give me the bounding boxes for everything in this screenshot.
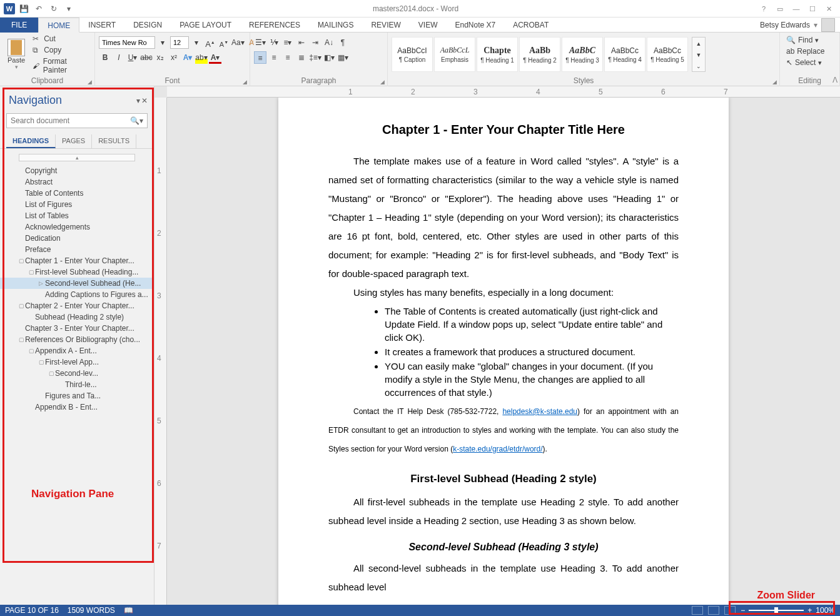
print-layout-icon[interactable] (708, 606, 719, 615)
close-icon[interactable]: ✕ (821, 3, 836, 15)
nav-heading-item[interactable]: Abstract (0, 176, 154, 188)
nav-heading-item[interactable]: Third-le... (0, 379, 154, 390)
font-color-icon[interactable]: A▾ (209, 51, 221, 64)
collapse-ribbon-icon[interactable]: ᐱ (832, 76, 837, 84)
nav-heading-item[interactable]: ▢Appendix A - Ent... (0, 345, 154, 356)
clipboard-dialog-icon[interactable]: ◢ (88, 79, 92, 85)
nav-heading-item[interactable]: Figures and Ta... (0, 390, 154, 401)
font-size-dropdown-icon[interactable]: ▾ (190, 36, 203, 49)
shading-icon[interactable]: ◧▾ (323, 51, 335, 64)
style-gallery[interactable]: AaBbCcI¶ CaptionAaBbCcLEmphasisChapte¶ H… (389, 34, 691, 74)
zoom-in-icon[interactable]: + (807, 606, 812, 615)
nav-heading-item[interactable]: Preface (0, 244, 154, 255)
style-scroll-up-icon[interactable]: ▲ (692, 38, 705, 49)
find-button[interactable]: 🔍Find ▾ (784, 35, 821, 45)
save-icon[interactable]: 💾 (18, 3, 30, 15)
zoom-level[interactable]: 100% (816, 606, 835, 615)
nav-close-icon[interactable]: ✕ (141, 96, 148, 105)
undo-icon[interactable]: ↶ (33, 3, 45, 15)
tab-acrobat[interactable]: ACROBAT (504, 18, 557, 33)
nav-heading-item[interactable]: Chapter 3 - Enter Your Chapter... (0, 323, 154, 334)
style-item[interactable]: Chapte¶ Heading 1 (477, 37, 518, 72)
borders-icon[interactable]: ▦▾ (337, 51, 349, 64)
tab-endnote[interactable]: EndNote X7 (446, 18, 504, 33)
nav-heading-item[interactable]: ▢Chapter 2 - Enter Your Chapter... (0, 300, 154, 311)
nav-heading-item[interactable]: Appendix B - Ent... (0, 401, 154, 413)
increase-indent-icon[interactable]: ⇥ (309, 36, 321, 49)
help-icon[interactable]: ? (756, 3, 771, 15)
read-mode-icon[interactable] (692, 606, 703, 615)
nav-heading-item[interactable]: ▢First-level Subhead (Heading... (0, 266, 154, 278)
minimize-icon[interactable]: — (789, 3, 804, 15)
align-center-button[interactable]: ≡ (268, 51, 280, 64)
nav-heading-item[interactable]: List of Figures (0, 199, 154, 210)
page-count[interactable]: PAGE 10 OF 16 (5, 606, 59, 615)
nav-heading-item[interactable]: Acknowledgements (0, 221, 154, 233)
email-link[interactable]: helpdesk@k-state.edu (502, 407, 577, 416)
style-item[interactable]: AaBbCc¶ Heading 4 (604, 37, 645, 72)
font-name-input[interactable] (99, 36, 155, 49)
tab-references[interactable]: REFERENCES (240, 18, 309, 33)
style-item[interactable]: AaBbCcLEmphasis (434, 37, 475, 72)
styles-dialog-icon[interactable]: ◢ (772, 79, 777, 85)
style-item[interactable]: AaBbCcI¶ Caption (392, 37, 433, 72)
nav-heading-item[interactable]: ▷Second-level Subhead (He... (0, 278, 154, 289)
format-painter-button[interactable]: Format Painter (30, 56, 91, 75)
tab-view[interactable]: VIEW (410, 18, 447, 33)
tab-mailings[interactable]: MAILINGS (309, 18, 362, 33)
change-case-icon[interactable]: Aa▾ (231, 36, 244, 49)
bold-button[interactable]: B (99, 51, 111, 64)
search-icon[interactable]: 🔍▾ (130, 116, 143, 125)
align-right-button[interactable]: ≡ (281, 51, 294, 64)
web-layout-icon[interactable] (724, 606, 736, 615)
nav-heading-item[interactable]: Copyright (0, 165, 154, 176)
maximize-icon[interactable]: ☐ (805, 3, 820, 15)
tab-design[interactable]: DESIGN (124, 18, 171, 33)
tab-page-layout[interactable]: PAGE LAYOUT (171, 18, 240, 33)
underline-button[interactable]: U▾ (126, 51, 139, 64)
shrink-font-icon[interactable]: A▼ (218, 36, 230, 49)
qat-dropdown-icon[interactable]: ▾ (63, 3, 75, 15)
tab-review[interactable]: REVIEW (362, 18, 409, 33)
font-dialog-icon[interactable]: ◢ (243, 79, 247, 85)
show-marks-icon[interactable]: ¶ (337, 36, 349, 49)
nav-heading-item[interactable]: List of Tables (0, 210, 154, 221)
nav-heading-item[interactable]: Table of Contents (0, 188, 154, 199)
subscript-button[interactable]: x₂ (154, 51, 166, 64)
align-left-button[interactable]: ≡ (254, 51, 266, 64)
user-menu[interactable]: Betsy Edwards▾ (760, 18, 840, 32)
nav-search[interactable]: 🔍▾ (6, 113, 148, 128)
nav-dropdown-icon[interactable]: ▾ (136, 96, 140, 105)
word-count[interactable]: 1509 WORDS (68, 606, 115, 615)
tab-home[interactable]: HOME (38, 18, 79, 33)
nav-heading-item[interactable]: Subhead (Heading 2 style) (0, 311, 154, 323)
style-scroll-down-icon[interactable]: ▼ (692, 49, 705, 60)
copy-button[interactable]: Copy (30, 45, 91, 55)
redo-icon[interactable]: ↻ (48, 3, 60, 15)
document-page[interactable]: Chapter 1 - Enter Your Chapter Title Her… (278, 98, 729, 605)
style-expand-icon[interactable]: ⌄ (692, 60, 705, 71)
zoom-slider[interactable]: − + 100% (741, 606, 835, 615)
italic-button[interactable]: I (113, 51, 125, 64)
proofing-icon[interactable]: 📖 (124, 606, 133, 615)
nav-heading-item[interactable]: ▢References Or Bibliography (cho... (0, 334, 154, 345)
zoom-out-icon[interactable]: − (741, 606, 745, 615)
url-link[interactable]: k-state.edu/grad/etdr/word/ (453, 445, 542, 453)
nav-heading-item[interactable]: ▢Chapter 1 - Enter Your Chapter... (0, 255, 154, 266)
multilevel-list-icon[interactable]: ≡▾ (281, 36, 294, 49)
nav-collapse-all-icon[interactable]: ▴ (19, 154, 135, 161)
nav-heading-item[interactable]: ▢First-level App... (0, 356, 154, 368)
decrease-indent-icon[interactable]: ⇤ (295, 36, 308, 49)
horizontal-ruler[interactable]: 1234567 (167, 86, 840, 98)
ribbon-options-icon[interactable]: ▭ (772, 3, 787, 15)
nav-tab-headings[interactable]: HEADINGS (6, 134, 56, 148)
select-button[interactable]: ↖Select ▾ (784, 58, 824, 68)
replace-button[interactable]: abReplace (784, 46, 827, 56)
sort-icon[interactable]: A↓ (323, 36, 335, 49)
nav-tab-pages[interactable]: PAGES (56, 134, 92, 148)
style-item[interactable]: AaBbC¶ Heading 3 (562, 37, 603, 72)
zoom-track[interactable] (749, 610, 804, 611)
line-spacing-icon[interactable]: ‡≡▾ (309, 51, 321, 64)
font-size-input[interactable] (170, 36, 189, 49)
text-effects-icon[interactable]: A▾ (181, 51, 194, 64)
